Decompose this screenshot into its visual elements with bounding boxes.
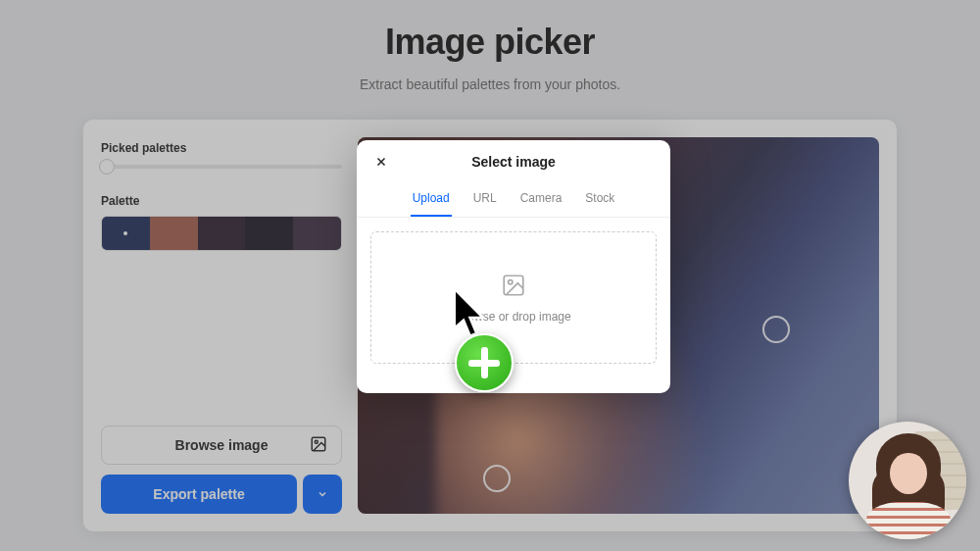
export-dropdown-button[interactable]	[303, 475, 342, 514]
presenter-webcam	[849, 422, 966, 539]
palette-slider[interactable]	[101, 165, 342, 169]
swatch-2[interactable]	[198, 217, 246, 250]
slider-thumb[interactable]	[99, 159, 115, 175]
close-icon	[374, 155, 388, 169]
tab-upload[interactable]: Upload	[411, 183, 452, 217]
tab-stock[interactable]: Stock	[583, 183, 616, 217]
swatch-0[interactable]	[102, 217, 150, 250]
page-title: Image picker	[0, 0, 980, 63]
left-panel: Picked palettes Palette Browse image Exp…	[101, 137, 342, 514]
color-picker-1[interactable]	[762, 316, 790, 343]
swatch-3[interactable]	[245, 217, 293, 250]
swatch-4[interactable]	[293, 217, 341, 250]
tab-camera[interactable]: Camera	[518, 183, 564, 217]
dropzone-text: Browse or drop image	[456, 310, 570, 324]
swatch-1[interactable]	[150, 217, 198, 250]
palette-section-label: Palette	[101, 194, 342, 208]
image-icon	[310, 435, 327, 456]
export-palette-button[interactable]: Export palette	[101, 475, 297, 514]
upload-dropzone[interactable]: Browse or drop image	[370, 231, 657, 364]
close-button[interactable]	[368, 149, 394, 175]
browse-image-label: Browse image	[175, 437, 269, 453]
select-image-modal: Select image Upload URL Camera Stock Bro…	[357, 140, 670, 393]
palette-row	[101, 216, 342, 251]
tab-url[interactable]: URL	[471, 183, 499, 217]
svg-point-1	[315, 440, 318, 443]
page-subtitle: Extract beautiful palettes from your pho…	[0, 76, 980, 92]
browse-image-button[interactable]: Browse image	[101, 426, 342, 465]
add-icon	[455, 333, 514, 392]
picked-palettes-label: Picked palettes	[101, 141, 342, 155]
image-placeholder-icon	[501, 273, 526, 302]
chevron-down-icon	[317, 488, 328, 500]
color-picker-2[interactable]	[483, 465, 511, 492]
export-palette-label: Export palette	[153, 486, 244, 502]
modal-tabs: Upload URL Camera Stock	[357, 183, 670, 218]
modal-title: Select image	[357, 154, 670, 170]
svg-point-3	[509, 279, 513, 283]
